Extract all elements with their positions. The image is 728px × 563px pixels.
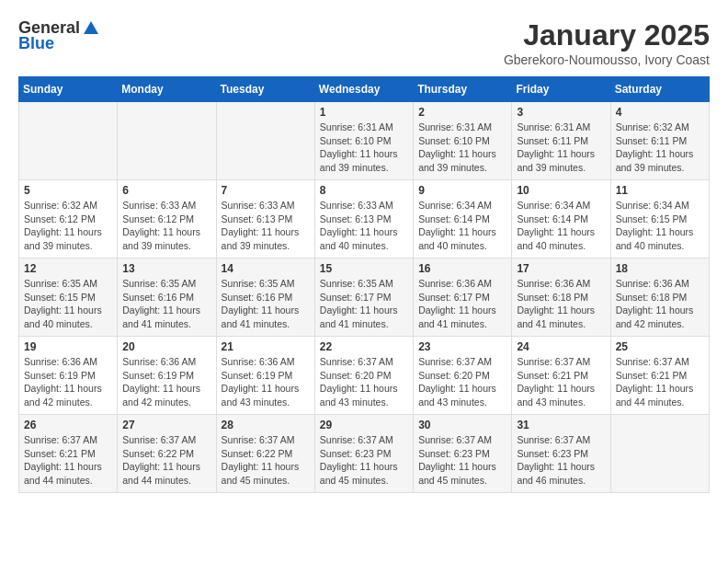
day-number: 9 bbox=[418, 184, 506, 197]
day-info: Sunrise: 6:31 AM Sunset: 6:10 PM Dayligh… bbox=[320, 121, 408, 175]
calendar-cell: 7Sunrise: 6:33 AM Sunset: 6:13 PM Daylig… bbox=[216, 180, 314, 259]
calendar-cell: 13Sunrise: 6:35 AM Sunset: 6:16 PM Dayli… bbox=[118, 259, 216, 337]
day-number: 1 bbox=[320, 106, 408, 119]
day-info: Sunrise: 6:33 AM Sunset: 6:12 PM Dayligh… bbox=[122, 199, 210, 253]
day-number: 17 bbox=[517, 262, 605, 275]
day-info: Sunrise: 6:37 AM Sunset: 6:20 PM Dayligh… bbox=[320, 355, 408, 409]
calendar-cell: 26Sunrise: 6:37 AM Sunset: 6:21 PM Dayli… bbox=[19, 415, 118, 493]
day-number: 18 bbox=[616, 262, 704, 275]
title-section: January 2025 Gberekoro-Noumousso, Ivory … bbox=[504, 18, 710, 67]
day-info: Sunrise: 6:32 AM Sunset: 6:12 PM Dayligh… bbox=[24, 199, 112, 253]
calendar-cell: 3Sunrise: 6:31 AM Sunset: 6:11 PM Daylig… bbox=[512, 102, 610, 180]
week-row-3: 12Sunrise: 6:35 AM Sunset: 6:15 PM Dayli… bbox=[19, 259, 710, 337]
calendar-cell: 19Sunrise: 6:36 AM Sunset: 6:19 PM Dayli… bbox=[19, 337, 118, 415]
logo-blue: Blue bbox=[18, 34, 54, 53]
calendar-cell: 6Sunrise: 6:33 AM Sunset: 6:12 PM Daylig… bbox=[118, 180, 216, 259]
calendar-cell: 11Sunrise: 6:34 AM Sunset: 6:15 PM Dayli… bbox=[610, 180, 709, 259]
day-number: 31 bbox=[517, 419, 605, 431]
calendar-cell: 9Sunrise: 6:34 AM Sunset: 6:14 PM Daylig… bbox=[414, 180, 512, 259]
calendar-cell: 4Sunrise: 6:32 AM Sunset: 6:11 PM Daylig… bbox=[610, 102, 709, 180]
day-number: 24 bbox=[517, 340, 605, 353]
day-info: Sunrise: 6:37 AM Sunset: 6:22 PM Dayligh… bbox=[122, 433, 210, 488]
day-info: Sunrise: 6:31 AM Sunset: 6:10 PM Dayligh… bbox=[418, 121, 506, 175]
day-number: 20 bbox=[122, 340, 210, 353]
day-info: Sunrise: 6:36 AM Sunset: 6:18 PM Dayligh… bbox=[616, 277, 704, 331]
day-number: 28 bbox=[222, 419, 310, 431]
day-info: Sunrise: 6:33 AM Sunset: 6:13 PM Dayligh… bbox=[222, 199, 310, 253]
day-info: Sunrise: 6:35 AM Sunset: 6:17 PM Dayligh… bbox=[320, 277, 408, 331]
day-number: 26 bbox=[24, 419, 112, 431]
week-row-2: 5Sunrise: 6:32 AM Sunset: 6:12 PM Daylig… bbox=[19, 180, 710, 259]
calendar-cell: 14Sunrise: 6:35 AM Sunset: 6:16 PM Dayli… bbox=[216, 259, 314, 337]
day-info: Sunrise: 6:37 AM Sunset: 6:23 PM Dayligh… bbox=[418, 433, 506, 488]
svg-marker-0 bbox=[84, 21, 98, 34]
day-number: 4 bbox=[616, 106, 704, 119]
calendar-cell: 15Sunrise: 6:35 AM Sunset: 6:17 PM Dayli… bbox=[314, 259, 413, 337]
day-info: Sunrise: 6:37 AM Sunset: 6:23 PM Dayligh… bbox=[517, 433, 605, 488]
calendar-cell: 24Sunrise: 6:37 AM Sunset: 6:21 PM Dayli… bbox=[512, 337, 610, 415]
day-number: 22 bbox=[320, 340, 408, 353]
day-header-wednesday: Wednesday bbox=[314, 77, 413, 102]
logo-icon bbox=[82, 19, 100, 38]
day-number: 10 bbox=[517, 184, 605, 197]
day-header-thursday: Thursday bbox=[414, 77, 512, 102]
calendar-cell: 21Sunrise: 6:36 AM Sunset: 6:19 PM Dayli… bbox=[216, 337, 314, 415]
calendar-cell: 5Sunrise: 6:32 AM Sunset: 6:12 PM Daylig… bbox=[19, 180, 118, 259]
day-number: 5 bbox=[24, 184, 112, 197]
day-info: Sunrise: 6:35 AM Sunset: 6:16 PM Dayligh… bbox=[222, 277, 310, 331]
day-info: Sunrise: 6:35 AM Sunset: 6:15 PM Dayligh… bbox=[24, 277, 112, 331]
day-header-monday: Monday bbox=[118, 77, 216, 102]
day-header-sunday: Sunday bbox=[19, 77, 118, 102]
day-number: 23 bbox=[418, 340, 506, 353]
day-number: 11 bbox=[616, 184, 704, 197]
calendar-cell: 2Sunrise: 6:31 AM Sunset: 6:10 PM Daylig… bbox=[414, 102, 512, 180]
calendar-cell bbox=[216, 102, 314, 180]
day-info: Sunrise: 6:36 AM Sunset: 6:19 PM Dayligh… bbox=[222, 355, 310, 409]
day-number: 29 bbox=[320, 419, 408, 431]
day-info: Sunrise: 6:31 AM Sunset: 6:11 PM Dayligh… bbox=[517, 121, 605, 175]
day-number: 21 bbox=[222, 340, 310, 353]
calendar-cell: 22Sunrise: 6:37 AM Sunset: 6:20 PM Dayli… bbox=[314, 337, 413, 415]
day-number: 15 bbox=[320, 262, 408, 275]
day-header-friday: Friday bbox=[512, 77, 610, 102]
calendar-cell: 16Sunrise: 6:36 AM Sunset: 6:17 PM Dayli… bbox=[414, 259, 512, 337]
day-info: Sunrise: 6:36 AM Sunset: 6:18 PM Dayligh… bbox=[517, 277, 605, 331]
day-number: 7 bbox=[222, 184, 310, 197]
calendar-cell: 12Sunrise: 6:35 AM Sunset: 6:15 PM Dayli… bbox=[19, 259, 118, 337]
day-info: Sunrise: 6:37 AM Sunset: 6:21 PM Dayligh… bbox=[24, 433, 112, 488]
day-number: 19 bbox=[24, 340, 112, 353]
calendar-cell: 27Sunrise: 6:37 AM Sunset: 6:22 PM Dayli… bbox=[118, 415, 216, 493]
day-number: 3 bbox=[517, 106, 605, 119]
calendar-cell: 29Sunrise: 6:37 AM Sunset: 6:23 PM Dayli… bbox=[314, 415, 413, 493]
day-info: Sunrise: 6:35 AM Sunset: 6:16 PM Dayligh… bbox=[122, 277, 210, 331]
day-info: Sunrise: 6:36 AM Sunset: 6:19 PM Dayligh… bbox=[24, 355, 112, 409]
day-header-tuesday: Tuesday bbox=[216, 77, 314, 102]
day-info: Sunrise: 6:33 AM Sunset: 6:13 PM Dayligh… bbox=[320, 199, 408, 253]
day-info: Sunrise: 6:34 AM Sunset: 6:14 PM Dayligh… bbox=[418, 199, 506, 253]
calendar-cell: 31Sunrise: 6:37 AM Sunset: 6:23 PM Dayli… bbox=[512, 415, 610, 493]
calendar-cell: 8Sunrise: 6:33 AM Sunset: 6:13 PM Daylig… bbox=[314, 180, 413, 259]
calendar-cell: 18Sunrise: 6:36 AM Sunset: 6:18 PM Dayli… bbox=[610, 259, 709, 337]
day-number: 12 bbox=[24, 262, 112, 275]
calendar-table: SundayMondayTuesdayWednesdayThursdayFrid… bbox=[18, 76, 710, 493]
calendar-cell: 20Sunrise: 6:36 AM Sunset: 6:19 PM Dayli… bbox=[118, 337, 216, 415]
day-info: Sunrise: 6:37 AM Sunset: 6:21 PM Dayligh… bbox=[616, 355, 704, 409]
calendar-cell bbox=[610, 415, 709, 493]
day-info: Sunrise: 6:34 AM Sunset: 6:14 PM Dayligh… bbox=[517, 199, 605, 253]
day-number: 16 bbox=[418, 262, 506, 275]
week-row-5: 26Sunrise: 6:37 AM Sunset: 6:21 PM Dayli… bbox=[19, 415, 710, 493]
day-info: Sunrise: 6:37 AM Sunset: 6:21 PM Dayligh… bbox=[517, 355, 605, 409]
day-number: 6 bbox=[122, 184, 210, 197]
calendar-cell: 17Sunrise: 6:36 AM Sunset: 6:18 PM Dayli… bbox=[512, 259, 610, 337]
day-header-saturday: Saturday bbox=[610, 77, 709, 102]
day-number: 30 bbox=[418, 419, 506, 431]
day-info: Sunrise: 6:37 AM Sunset: 6:22 PM Dayligh… bbox=[222, 433, 310, 488]
calendar-cell: 30Sunrise: 6:37 AM Sunset: 6:23 PM Dayli… bbox=[414, 415, 512, 493]
calendar-cell bbox=[118, 102, 216, 180]
day-number: 8 bbox=[320, 184, 408, 197]
day-number: 2 bbox=[418, 106, 506, 119]
day-info: Sunrise: 6:37 AM Sunset: 6:23 PM Dayligh… bbox=[320, 433, 408, 488]
day-info: Sunrise: 6:36 AM Sunset: 6:19 PM Dayligh… bbox=[122, 355, 210, 409]
page-header: General Blue January 2025 Gberekoro-Noum… bbox=[18, 18, 710, 67]
calendar-cell: 25Sunrise: 6:37 AM Sunset: 6:21 PM Dayli… bbox=[610, 337, 709, 415]
